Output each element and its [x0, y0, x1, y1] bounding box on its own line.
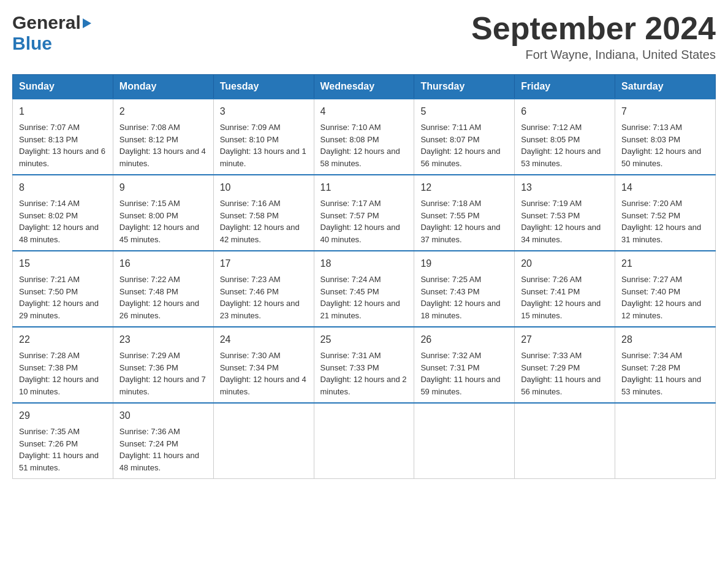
month-title: September 2024	[471, 12, 716, 44]
header-sunday: Sunday	[13, 75, 113, 99]
calendar-cell: 26 Sunrise: 7:32 AMSunset: 7:31 PMDaylig…	[414, 327, 515, 403]
logo: General Blue	[12, 12, 91, 54]
day-info: Sunrise: 7:16 AMSunset: 7:58 PMDaylight:…	[220, 199, 300, 244]
day-number: 22	[19, 332, 107, 347]
header-tuesday: Tuesday	[213, 75, 314, 99]
day-info: Sunrise: 7:21 AMSunset: 7:50 PMDaylight:…	[19, 275, 99, 320]
day-number: 21	[621, 256, 709, 271]
day-info: Sunrise: 7:12 AMSunset: 8:05 PMDaylight:…	[521, 123, 601, 168]
day-number: 23	[119, 332, 207, 347]
calendar-week-row: 1 Sunrise: 7:07 AMSunset: 8:13 PMDayligh…	[13, 99, 716, 175]
calendar-cell	[213, 403, 314, 479]
calendar-cell: 5 Sunrise: 7:11 AMSunset: 8:07 PMDayligh…	[414, 99, 515, 175]
header-saturday: Saturday	[615, 75, 716, 99]
calendar-cell: 23 Sunrise: 7:29 AMSunset: 7:36 PMDaylig…	[113, 327, 213, 403]
day-info: Sunrise: 7:24 AMSunset: 7:45 PMDaylight:…	[320, 275, 400, 320]
day-info: Sunrise: 7:20 AMSunset: 7:52 PMDaylight:…	[621, 199, 701, 244]
day-info: Sunrise: 7:15 AMSunset: 8:00 PMDaylight:…	[119, 199, 199, 244]
day-number: 18	[320, 256, 408, 271]
header-thursday: Thursday	[414, 75, 515, 99]
header-monday: Monday	[113, 75, 213, 99]
day-info: Sunrise: 7:09 AMSunset: 8:10 PMDaylight:…	[220, 123, 306, 168]
day-info: Sunrise: 7:08 AMSunset: 8:12 PMDaylight:…	[119, 123, 206, 168]
day-number: 1	[19, 104, 107, 119]
day-number: 2	[119, 104, 207, 119]
day-number: 26	[420, 332, 508, 347]
calendar-cell: 7 Sunrise: 7:13 AMSunset: 8:03 PMDayligh…	[615, 99, 716, 175]
day-info: Sunrise: 7:27 AMSunset: 7:40 PMDaylight:…	[621, 275, 701, 320]
day-info: Sunrise: 7:34 AMSunset: 7:28 PMDaylight:…	[621, 351, 701, 396]
day-number: 17	[220, 256, 308, 271]
day-info: Sunrise: 7:14 AMSunset: 8:02 PMDaylight:…	[19, 199, 99, 244]
calendar-cell: 30 Sunrise: 7:36 AMSunset: 7:24 PMDaylig…	[113, 403, 213, 479]
day-info: Sunrise: 7:07 AMSunset: 8:13 PMDaylight:…	[19, 123, 105, 168]
day-number: 13	[521, 180, 609, 195]
day-info: Sunrise: 7:30 AMSunset: 7:34 PMDaylight:…	[220, 351, 306, 396]
calendar-cell: 14 Sunrise: 7:20 AMSunset: 7:52 PMDaylig…	[615, 175, 716, 251]
day-number: 20	[521, 256, 609, 271]
day-info: Sunrise: 7:19 AMSunset: 7:53 PMDaylight:…	[521, 199, 601, 244]
calendar-cell	[515, 403, 615, 479]
calendar-cell: 25 Sunrise: 7:31 AMSunset: 7:33 PMDaylig…	[314, 327, 414, 403]
day-number: 6	[521, 104, 609, 119]
calendar-cell: 19 Sunrise: 7:25 AMSunset: 7:43 PMDaylig…	[414, 251, 515, 327]
day-info: Sunrise: 7:25 AMSunset: 7:43 PMDaylight:…	[420, 275, 500, 320]
day-info: Sunrise: 7:32 AMSunset: 7:31 PMDaylight:…	[420, 351, 500, 396]
calendar-cell	[314, 403, 414, 479]
header: General Blue September 2024 Fort Wayne, …	[12, 12, 716, 62]
calendar-cell	[414, 403, 515, 479]
day-info: Sunrise: 7:31 AMSunset: 7:33 PMDaylight:…	[320, 351, 407, 396]
day-number: 3	[220, 104, 308, 119]
day-number: 24	[220, 332, 308, 347]
calendar-cell: 9 Sunrise: 7:15 AMSunset: 8:00 PMDayligh…	[113, 175, 213, 251]
day-number: 5	[420, 104, 508, 119]
day-number: 10	[220, 180, 308, 195]
day-number: 12	[420, 180, 508, 195]
logo-general-text: General	[12, 12, 81, 33]
logo-blue-text: Blue	[12, 33, 52, 54]
calendar-cell: 29 Sunrise: 7:35 AMSunset: 7:26 PMDaylig…	[13, 403, 113, 479]
day-info: Sunrise: 7:22 AMSunset: 7:48 PMDaylight:…	[119, 275, 199, 320]
calendar-week-row: 22 Sunrise: 7:28 AMSunset: 7:38 PMDaylig…	[13, 327, 716, 403]
calendar-cell: 16 Sunrise: 7:22 AMSunset: 7:48 PMDaylig…	[113, 251, 213, 327]
day-info: Sunrise: 7:13 AMSunset: 8:03 PMDaylight:…	[621, 123, 701, 168]
calendar-cell: 24 Sunrise: 7:30 AMSunset: 7:34 PMDaylig…	[213, 327, 314, 403]
calendar-cell: 10 Sunrise: 7:16 AMSunset: 7:58 PMDaylig…	[213, 175, 314, 251]
calendar-cell: 8 Sunrise: 7:14 AMSunset: 8:02 PMDayligh…	[13, 175, 113, 251]
day-info: Sunrise: 7:28 AMSunset: 7:38 PMDaylight:…	[19, 351, 99, 396]
calendar-table: SundayMondayTuesdayWednesdayThursdayFrid…	[12, 74, 716, 479]
day-info: Sunrise: 7:18 AMSunset: 7:55 PMDaylight:…	[420, 199, 500, 244]
day-number: 19	[420, 256, 508, 271]
day-info: Sunrise: 7:17 AMSunset: 7:57 PMDaylight:…	[320, 199, 400, 244]
calendar-cell: 11 Sunrise: 7:17 AMSunset: 7:57 PMDaylig…	[314, 175, 414, 251]
day-info: Sunrise: 7:33 AMSunset: 7:29 PMDaylight:…	[521, 351, 601, 396]
calendar-cell: 15 Sunrise: 7:21 AMSunset: 7:50 PMDaylig…	[13, 251, 113, 327]
header-wednesday: Wednesday	[314, 75, 414, 99]
day-number: 9	[119, 180, 207, 195]
day-info: Sunrise: 7:11 AMSunset: 8:07 PMDaylight:…	[420, 123, 500, 168]
calendar-cell: 13 Sunrise: 7:19 AMSunset: 7:53 PMDaylig…	[515, 175, 615, 251]
day-info: Sunrise: 7:10 AMSunset: 8:08 PMDaylight:…	[320, 123, 400, 168]
calendar-week-row: 15 Sunrise: 7:21 AMSunset: 7:50 PMDaylig…	[13, 251, 716, 327]
day-number: 29	[19, 408, 107, 423]
day-number: 11	[320, 180, 408, 195]
day-number: 30	[119, 408, 207, 423]
day-number: 25	[320, 332, 408, 347]
calendar-cell: 17 Sunrise: 7:23 AMSunset: 7:46 PMDaylig…	[213, 251, 314, 327]
day-info: Sunrise: 7:35 AMSunset: 7:26 PMDaylight:…	[19, 427, 99, 472]
day-number: 15	[19, 256, 107, 271]
calendar-cell	[615, 403, 716, 479]
day-info: Sunrise: 7:29 AMSunset: 7:36 PMDaylight:…	[119, 351, 206, 396]
day-number: 8	[19, 180, 107, 195]
calendar-cell: 22 Sunrise: 7:28 AMSunset: 7:38 PMDaylig…	[13, 327, 113, 403]
calendar-cell: 27 Sunrise: 7:33 AMSunset: 7:29 PMDaylig…	[515, 327, 615, 403]
day-number: 4	[320, 104, 408, 119]
calendar-week-row: 8 Sunrise: 7:14 AMSunset: 8:02 PMDayligh…	[13, 175, 716, 251]
calendar-cell: 1 Sunrise: 7:07 AMSunset: 8:13 PMDayligh…	[13, 99, 113, 175]
calendar-cell: 18 Sunrise: 7:24 AMSunset: 7:45 PMDaylig…	[314, 251, 414, 327]
location-title: Fort Wayne, Indiana, United States	[471, 48, 716, 62]
calendar-cell: 2 Sunrise: 7:08 AMSunset: 8:12 PMDayligh…	[113, 99, 213, 175]
calendar-week-row: 29 Sunrise: 7:35 AMSunset: 7:26 PMDaylig…	[13, 403, 716, 479]
calendar-cell: 21 Sunrise: 7:27 AMSunset: 7:40 PMDaylig…	[615, 251, 716, 327]
day-number: 16	[119, 256, 207, 271]
